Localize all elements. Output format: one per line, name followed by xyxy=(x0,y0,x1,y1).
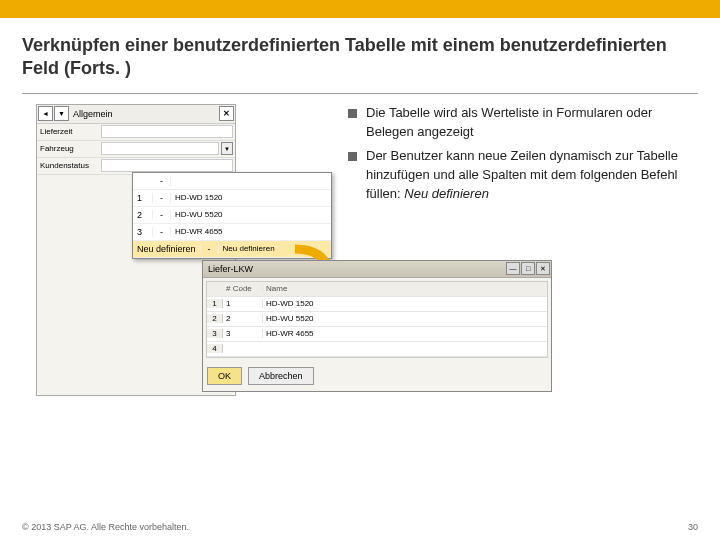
bullet-item: Der Benutzer kann neue Zeilen dynamisch … xyxy=(348,147,693,204)
dialog-liefer-lkw: Liefer-LKW — □ ✕ # Code Name 1 1 HD-WD 1… xyxy=(202,260,552,392)
close-icon[interactable]: ✕ xyxy=(219,106,234,121)
copyright-text: © 2013 SAP AG. Alle Rechte vorbehalten. xyxy=(22,522,189,532)
content-area: ◄ ▼ Allgemein ✕ Lieferzeit Fahrzeug ▼ Ku… xyxy=(0,94,720,514)
page-number: 30 xyxy=(688,522,698,532)
field-label: Lieferzeit xyxy=(37,127,101,136)
close-icon[interactable]: ✕ xyxy=(536,262,550,275)
field-input[interactable] xyxy=(101,125,233,138)
field-input[interactable] xyxy=(101,142,219,155)
dialog-body: # Code Name 1 1 HD-WD 1520 2 2 HD-WU 552… xyxy=(203,278,551,361)
maximize-icon[interactable]: □ xyxy=(521,262,535,275)
panel-tab-label: Allgemein xyxy=(69,109,219,119)
table-row[interactable]: 1 1 HD-WD 1520 xyxy=(207,297,547,312)
ok-button[interactable]: OK xyxy=(207,367,242,385)
bullet-list: Die Tabelle wird als Werteliste in Formu… xyxy=(348,104,693,210)
minimize-icon[interactable]: — xyxy=(506,262,520,275)
table-row[interactable]: 3 3 HD-WR 4655 xyxy=(207,327,547,342)
panel-header: ◄ ▼ Allgemein ✕ xyxy=(37,105,235,124)
field-input[interactable] xyxy=(101,159,233,172)
nav-prev-icon[interactable]: ◄ xyxy=(38,106,53,121)
dialog-grid: # Code Name 1 1 HD-WD 1520 2 2 HD-WU 552… xyxy=(206,281,548,358)
top-accent-bar xyxy=(0,0,720,18)
field-label: Kundenstatus xyxy=(37,161,101,170)
table-row[interactable]: 4 xyxy=(207,342,547,357)
slide-title: Verknüpfen einer benutzerdefinierten Tab… xyxy=(0,18,720,93)
dialog-footer: OK Abbrechen xyxy=(203,361,551,391)
dialog-title: Liefer-LKW xyxy=(208,264,253,274)
slide-footer: © 2013 SAP AG. Alle Rechte vorbehalten. … xyxy=(22,522,698,532)
nav-next-icon[interactable]: ▼ xyxy=(54,106,69,121)
dropdown-item[interactable]: 2 - HD-WU 5520 xyxy=(133,207,331,224)
dropdown-item[interactable]: 3 - HD-WR 4655 xyxy=(133,224,331,241)
dropdown-item[interactable]: 1 - HD-WD 1520 xyxy=(133,190,331,207)
field-row-fahrzeug: Fahrzeug ▼ xyxy=(37,141,235,158)
cancel-button[interactable]: Abbrechen xyxy=(248,367,314,385)
dialog-titlebar: Liefer-LKW — □ ✕ xyxy=(203,261,551,278)
dropdown-icon[interactable]: ▼ xyxy=(221,142,233,155)
field-label: Fahrzeug xyxy=(37,144,101,153)
field-row-lieferzeit: Lieferzeit xyxy=(37,124,235,141)
grid-header-row: # Code Name xyxy=(207,282,547,297)
table-row[interactable]: 2 2 HD-WU 5520 xyxy=(207,312,547,327)
bullet-item: Die Tabelle wird als Werteliste in Formu… xyxy=(348,104,693,142)
dropdown-item[interactable]: - xyxy=(133,173,331,190)
